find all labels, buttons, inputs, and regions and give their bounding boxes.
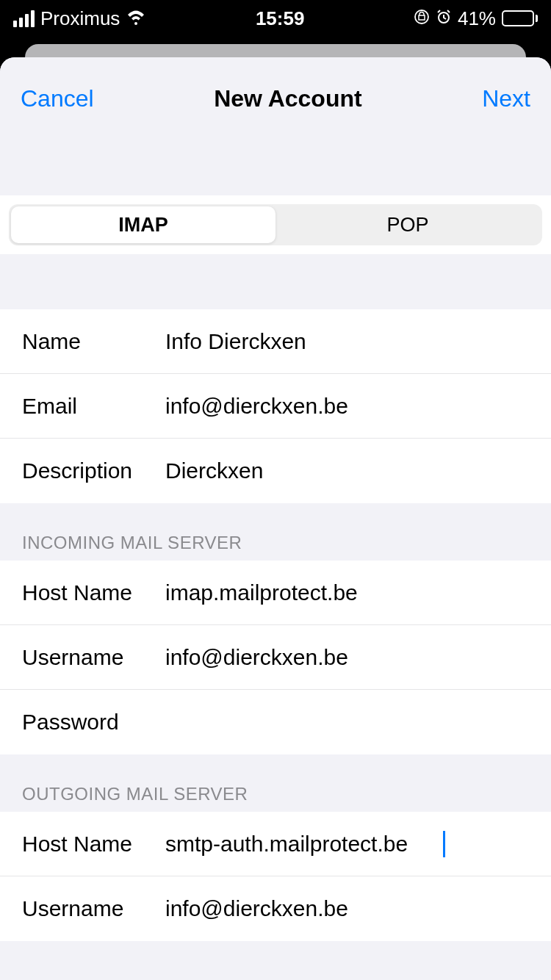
outgoing-server-group: Host Name Username <box>0 812 551 941</box>
email-label: Email <box>22 394 165 419</box>
page-title: New Account <box>214 85 362 112</box>
incoming-header: INCOMING MAIL SERVER <box>0 503 551 561</box>
incoming-user-field[interactable] <box>165 645 529 670</box>
incoming-host-row[interactable]: Host Name <box>0 561 551 625</box>
tab-pop[interactable]: POP <box>276 206 540 243</box>
description-row[interactable]: Description <box>0 439 551 503</box>
incoming-host-label: Host Name <box>22 580 165 605</box>
incoming-pass-field[interactable] <box>165 710 529 735</box>
protocol-segmented-control: IMAP POP <box>9 204 542 245</box>
section-gap <box>0 254 551 309</box>
email-row[interactable]: Email <box>0 374 551 439</box>
battery-icon <box>502 10 538 26</box>
status-bar: Proximus 15:59 41% <box>0 0 551 37</box>
incoming-user-label: Username <box>22 645 165 670</box>
outgoing-host-label: Host Name <box>22 832 165 857</box>
tab-imap[interactable]: IMAP <box>11 206 276 243</box>
carrier-label: Proximus <box>40 7 120 30</box>
incoming-user-row[interactable]: Username <box>0 625 551 690</box>
incoming-host-field[interactable] <box>165 580 529 605</box>
clock-label: 15:59 <box>256 7 305 30</box>
name-field[interactable] <box>165 329 529 354</box>
battery-label: 41% <box>458 7 496 30</box>
outgoing-user-row[interactable]: Username <box>0 876 551 941</box>
outgoing-header: OUTGOING MAIL SERVER <box>0 754 551 812</box>
protocol-segmented-wrap: IMAP POP <box>0 195 551 254</box>
account-info-group: Name Email Description <box>0 309 551 503</box>
wifi-icon <box>126 7 146 30</box>
outgoing-user-field[interactable] <box>165 896 529 921</box>
outgoing-host-field[interactable] <box>165 832 444 857</box>
next-button[interactable]: Next <box>482 85 530 112</box>
signal-icon <box>13 10 35 27</box>
incoming-pass-label: Password <box>22 710 165 735</box>
nav-bar: Cancel New Account Next <box>0 57 551 195</box>
outgoing-host-row[interactable]: Host Name <box>0 812 551 876</box>
name-label: Name <box>22 329 165 354</box>
incoming-pass-row[interactable]: Password <box>0 690 551 754</box>
modal-sheet: Cancel New Account Next IMAP POP Name Em… <box>0 57 551 980</box>
cancel-button[interactable]: Cancel <box>21 85 94 112</box>
incoming-server-group: Host Name Username Password <box>0 561 551 754</box>
text-cursor <box>443 831 445 857</box>
outgoing-user-label: Username <box>22 896 165 921</box>
email-field[interactable] <box>165 394 529 419</box>
description-label: Description <box>22 458 165 483</box>
description-field[interactable] <box>165 458 529 483</box>
orientation-lock-icon <box>414 7 430 30</box>
alarm-icon <box>436 7 452 30</box>
name-row[interactable]: Name <box>0 309 551 374</box>
